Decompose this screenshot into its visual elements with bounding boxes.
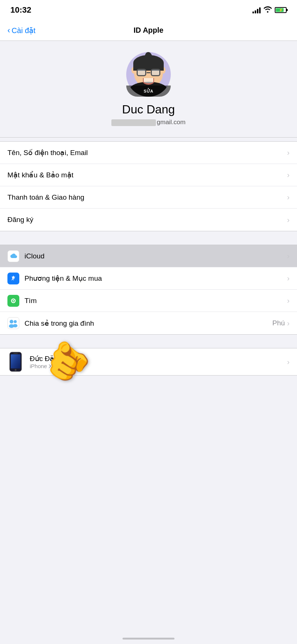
profile-email: gmail.com	[111, 119, 185, 126]
section-gap-1	[0, 138, 297, 141]
chevron-icon: ›	[287, 148, 290, 157]
findmy-app-icon	[7, 295, 19, 307]
family-app-icon	[7, 317, 19, 329]
settings-item-device[interactable]: Đức Đặng iPhone XS này ›	[0, 348, 297, 375]
svg-text:A: A	[12, 277, 14, 281]
section-gap-3	[0, 335, 297, 348]
section-gap-2	[0, 231, 297, 245]
device-name: Đức Đặng	[30, 354, 281, 363]
svg-rect-11	[13, 353, 18, 354]
settings-item-icloud[interactable]: iCloud ›	[0, 245, 297, 267]
svg-point-6	[13, 324, 17, 328]
profile-name: Duc Dang	[122, 103, 175, 116]
profile-section: SỬA Duc Dang gmail.com	[0, 41, 297, 138]
settings-label-payment-delivery: Thanh toán & Giao hàng	[7, 193, 84, 202]
battery-icon: ⚡	[275, 7, 287, 13]
svg-point-4	[14, 320, 17, 323]
nav-bar: ‹ Cài đặt ID Apple	[0, 20, 297, 41]
settings-group-device: Đức Đặng iPhone XS này ›	[0, 348, 297, 376]
settings-label-subscription: Đăng ký	[7, 216, 33, 224]
svg-point-10	[15, 369, 17, 371]
settings-item-findmy[interactable]: Tìm ›	[0, 290, 297, 312]
settings-item-family[interactable]: Chia sẻ trong gia đình Phú ›	[0, 312, 297, 334]
back-label: Cài đặt	[12, 26, 35, 35]
device-model: iPhone XS này	[30, 363, 281, 369]
avatar-edit-badge[interactable]: SỬA	[126, 86, 171, 97]
chevron-icon: ›	[287, 319, 290, 328]
settings-group-apps: iCloud › A Phương tiện & Mục mua ›	[0, 245, 297, 335]
chevron-icon: ›	[287, 358, 290, 366]
settings-label-findmy: Tìm	[25, 297, 37, 305]
avatar-container[interactable]: SỬA	[126, 52, 171, 97]
icloud-app-icon	[7, 250, 19, 262]
chevron-icon: ›	[287, 274, 290, 283]
settings-value-family: Phú	[272, 319, 285, 327]
settings-label-family: Chia sẻ trong gia đình	[25, 319, 94, 328]
svg-point-3	[10, 320, 13, 323]
chevron-icon: ›	[287, 252, 290, 260]
appstore-app-icon: A	[7, 273, 19, 284]
wifi-icon	[264, 6, 272, 15]
chevron-icon: ›	[287, 193, 290, 202]
settings-item-appstore[interactable]: A Phương tiện & Mục mua ›	[0, 267, 297, 290]
avatar-edit-label: SỬA	[144, 89, 153, 94]
chevron-icon: ›	[287, 296, 290, 305]
status-time: 10:32	[10, 5, 31, 15]
signal-icon	[252, 7, 261, 13]
chevron-icon: ›	[287, 171, 290, 179]
device-icon	[7, 354, 24, 370]
settings-label-name-phone-email: Tên, Số điện thoại, Email	[7, 148, 88, 157]
status-icons: ⚡	[252, 6, 287, 15]
page-title: ID Apple	[134, 26, 163, 35]
email-blur	[111, 119, 156, 126]
settings-group-1: Tên, Số điện thoại, Email › Mật khẩu & B…	[0, 141, 297, 231]
settings-item-password-security[interactable]: Mật khẩu & Bảo mật ›	[0, 164, 297, 186]
settings-item-subscription[interactable]: Đăng ký ›	[0, 209, 297, 231]
settings-label-icloud: iCloud	[25, 252, 45, 260]
chevron-icon: ›	[287, 216, 290, 224]
home-indicator	[123, 638, 174, 640]
svg-point-2	[13, 300, 14, 302]
svg-rect-9	[11, 354, 20, 368]
back-chevron-icon: ‹	[7, 26, 10, 35]
back-button[interactable]: ‹ Cài đặt	[7, 26, 36, 35]
settings-label-password-security: Mật khẩu & Bảo mật	[7, 171, 74, 179]
settings-label-appstore: Phương tiện & Mục mua	[25, 274, 102, 283]
status-bar: 10:32 ⚡	[0, 0, 297, 20]
settings-item-name-phone-email[interactable]: Tên, Số điện thoại, Email ›	[0, 142, 297, 164]
settings-item-payment-delivery[interactable]: Thanh toán & Giao hàng ›	[0, 186, 297, 209]
